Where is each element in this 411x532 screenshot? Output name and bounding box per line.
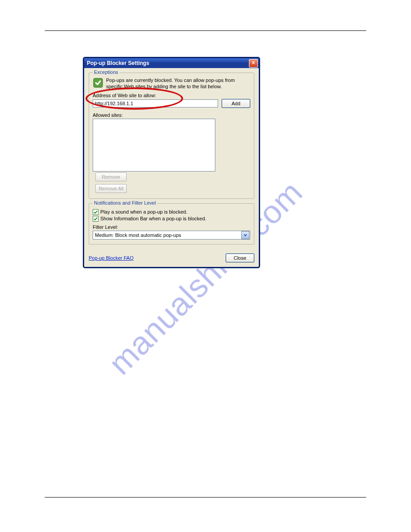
titlebar: Pop-up Blocker Settings ×	[84, 58, 259, 68]
page-border-top	[45, 30, 366, 31]
sound-checkbox[interactable]	[93, 209, 98, 215]
info-text: Pop-ups are currently blocked. You can a…	[106, 77, 250, 90]
add-button[interactable]: Add	[222, 99, 250, 108]
sound-checkbox-label: Play a sound when a pop-up is blocked.	[100, 209, 187, 215]
exceptions-group-label: Exceptions	[93, 69, 120, 75]
sound-checkbox-row: Play a sound when a pop-up is blocked.	[93, 209, 250, 215]
infobar-checkbox-label: Show Information Bar when a pop-up is bl…	[100, 216, 206, 221]
address-row: Add	[93, 99, 250, 108]
notifications-group-label: Notifications and Filter Level	[93, 200, 157, 206]
address-label: Address of Web site to allow:	[93, 93, 250, 98]
infobar-checkbox[interactable]	[93, 216, 98, 222]
filter-level-combobox[interactable]: Medium: Block most automatic pop-ups	[93, 231, 250, 240]
chevron-down-icon	[241, 231, 249, 239]
remove-all-button[interactable]: Remove All	[95, 184, 127, 193]
address-input[interactable]	[93, 99, 218, 107]
dialog-footer: Pop-up Blocker FAQ Close	[84, 253, 259, 267]
shield-checkmark-icon	[93, 77, 103, 88]
dialog-body: Exceptions Pop-ups are currently blocked…	[84, 68, 259, 253]
close-button[interactable]: Close	[226, 253, 254, 262]
allowed-row: Remove Remove All	[93, 118, 250, 193]
allowed-sites-label: Allowed sites:	[93, 112, 250, 118]
popup-blocker-faq-link[interactable]: Pop-up Blocker FAQ	[89, 255, 133, 261]
notifications-group: Notifications and Filter Level Play a so…	[89, 203, 254, 245]
page-border-bottom	[45, 497, 366, 498]
list-side-buttons: Remove Remove All	[95, 172, 127, 193]
exceptions-group: Exceptions Pop-ups are currently blocked…	[89, 73, 254, 199]
filter-row: Filter Level: Medium: Block most automat…	[93, 224, 250, 240]
infobar-checkbox-row: Show Information Bar when a pop-up is bl…	[93, 216, 250, 222]
dialog-title: Pop-up Blocker Settings	[87, 60, 249, 66]
filter-level-selected: Medium: Block most automatic pop-ups	[95, 232, 181, 238]
allowed-sites-listbox[interactable]	[93, 119, 215, 172]
page: manualshive.com Pop-up Blocker Settings …	[0, 0, 411, 532]
remove-button[interactable]: Remove	[95, 172, 127, 181]
popup-blocker-dialog: Pop-up Blocker Settings × Exceptions Pop…	[83, 57, 260, 268]
info-row: Pop-ups are currently blocked. You can a…	[93, 77, 250, 90]
filter-level-label: Filter Level:	[93, 224, 250, 230]
close-icon[interactable]: ×	[249, 59, 258, 68]
